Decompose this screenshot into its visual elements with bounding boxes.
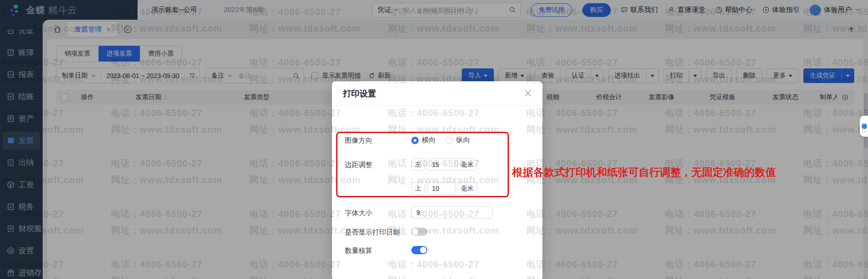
margin-top-prefix: 上 <box>411 182 425 195</box>
close-icon[interactable] <box>525 90 531 97</box>
show-print-date-toggle[interactable] <box>411 228 427 236</box>
print-settings-modal: 打印设置 图像方向 横向纵向 边距调整 左 毫米 上 毫米 字体大小 是否显示打… <box>332 81 542 279</box>
modal-title: 打印设置 <box>343 88 376 99</box>
radio-dot-icon <box>446 137 453 144</box>
orientation-radio-group: 横向纵向 <box>411 136 470 145</box>
orientation-label: 图像方向 <box>345 136 372 145</box>
app-root: 凭证账簿报表结账资产发票出纳工资税务财税服务设置进销存 金蝶 精斗云 演示账套-… <box>0 0 868 279</box>
font-size-label: 字体大小 <box>345 209 372 218</box>
margin-top-group: 上 毫米 <box>411 182 477 195</box>
margin-top-input[interactable] <box>427 182 455 195</box>
helper-dot-icon <box>862 123 867 129</box>
modal-header: 打印设置 <box>332 81 542 106</box>
show-print-date-label: 是否显示打印日期 <box>345 228 400 237</box>
radio-label: 纵向 <box>456 136 470 145</box>
margin-top-unit: 毫米 <box>457 182 477 195</box>
quantity-check-toggle[interactable] <box>411 246 427 254</box>
margin-left-unit: 毫米 <box>457 158 477 171</box>
font-size-input[interactable] <box>411 206 493 218</box>
radio-dot-icon <box>411 137 419 144</box>
quantity-check-label: 数量核算 <box>345 246 372 255</box>
floating-helper-widget[interactable] <box>860 116 868 137</box>
margin-left-group: 左 毫米 <box>411 158 477 171</box>
radio-横向[interactable]: 横向 <box>411 136 436 145</box>
margin-left-prefix: 左 <box>411 158 425 171</box>
radio-纵向[interactable]: 纵向 <box>446 136 470 145</box>
margin-left-input[interactable] <box>427 158 455 171</box>
modal-body: 图像方向 横向纵向 边距调整 左 毫米 上 毫米 字体大小 是否显示打印日期 数… <box>332 106 542 279</box>
margin-label: 边距调整 <box>345 161 372 169</box>
radio-label: 横向 <box>422 136 436 145</box>
